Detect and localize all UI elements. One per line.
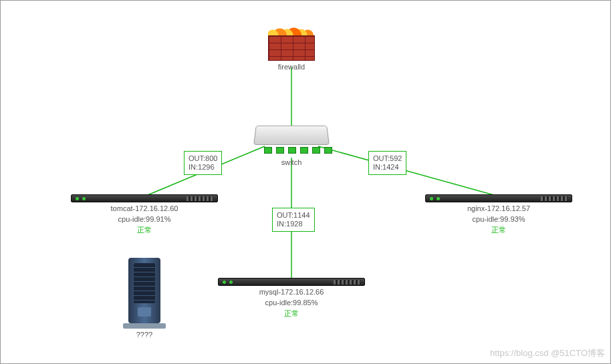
server-title: nginx-172.16.12.57 [425,204,572,213]
switch-icon [255,124,328,156]
server-icon [71,194,218,202]
server-cpu: cpu-idle:99.85% [218,298,365,307]
node-tomcat[interactable]: tomcat-172.16.12.60 cpu-idle:99.91% 正常 [71,194,218,234]
link-out: OUT:1144 [277,211,310,220]
node-mysql[interactable]: mysql-172.16.12.66 cpu-idle:99.85% 正常 [218,278,365,318]
topology-canvas: firewalld switch OUT:800 IN:1296 OUT:592… [0,0,611,364]
firewall-icon [268,21,315,61]
node-firewall[interactable]: firewalld [268,21,315,71]
server-tower-icon [128,258,160,323]
link-label-tomcat: OUT:800 IN:1296 [184,151,222,175]
server-status: 正常 [425,225,572,234]
node-unknown[interactable]: ???? [118,258,171,339]
node-switch[interactable]: switch [255,124,328,167]
link-in: IN:1296 [189,163,217,172]
server-title: mysql-172.16.12.66 [218,287,365,297]
link-in: IN:1424 [373,163,402,172]
server-icon [218,278,365,286]
link-out: OUT:592 [373,154,402,163]
link-label-nginx: OUT:592 IN:1424 [368,151,406,175]
server-cpu: cpu-idle:99.93% [425,214,572,224]
node-nginx[interactable]: nginx-172.16.12.57 cpu-idle:99.93% 正常 [425,194,572,234]
unknown-label: ???? [118,330,171,339]
server-status: 正常 [218,309,365,318]
svg-line-2 [318,146,499,196]
firewall-label: firewalld [268,62,315,71]
link-in: IN:1928 [277,220,310,228]
server-cpu: cpu-idle:99.91% [71,214,218,224]
link-label-mysql: OUT:1144 IN:1928 [272,208,315,232]
link-out: OUT:800 [189,154,217,163]
server-icon [425,194,572,202]
switch-label: switch [255,158,328,167]
server-status: 正常 [71,225,218,234]
server-title: tomcat-172.16.12.60 [71,204,218,213]
watermark: https://blog.csd @51CTO博客 [490,347,605,359]
